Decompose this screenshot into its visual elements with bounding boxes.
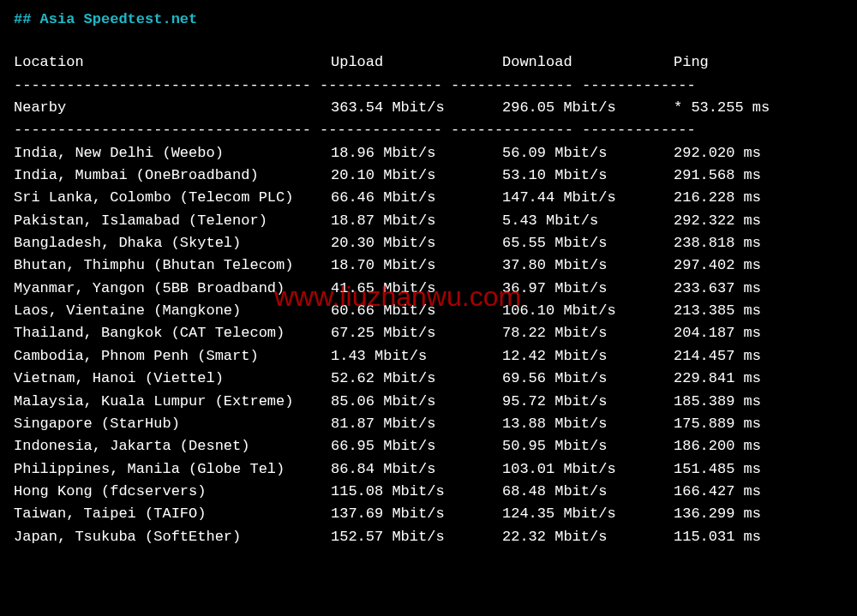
page-title: ## Asia Speedtest.net (14, 9, 843, 31)
cell-download: 147.44 Mbit/s (502, 187, 674, 209)
cell-location: Thailand, Bangkok (CAT Telecom) (14, 322, 331, 344)
table-row: Thailand, Bangkok (CAT Telecom)67.25 Mbi… (14, 322, 843, 344)
header-upload: Upload (331, 51, 502, 74)
cell-ping: 238.818 ms (674, 232, 843, 254)
cell-download: 103.01 Mbit/s (502, 458, 674, 481)
cell-upload: 81.87 Mbit/s (331, 413, 502, 435)
cell-ping: 186.200 ms (674, 435, 843, 458)
cell-download: 50.95 Mbit/s (502, 435, 674, 458)
table-row: Hong Kong (fdcservers)115.08 Mbit/s68.48… (14, 481, 843, 503)
cell-upload: 41.65 Mbit/s (331, 278, 502, 300)
cell-ping: 216.228 ms (674, 187, 843, 209)
cell-ping: 229.841 ms (674, 368, 843, 390)
table-row: Japan, Tsukuba (SoftEther)152.57 Mbit/s2… (14, 526, 843, 548)
cell-download: 12.42 Mbit/s (502, 345, 674, 368)
cell-location: Vietnam, Hanoi (Viettel) (14, 368, 331, 390)
table-row: Sri Lanka, Colombo (Telecom PLC)66.46 Mb… (14, 187, 843, 209)
table-row: Malaysia, Kuala Lumpur (Extreme)85.06 Mb… (14, 391, 843, 413)
nearby-row: Nearby 363.54 Mbit/s 296.05 Mbit/s * 53.… (14, 97, 843, 119)
cell-download: 68.48 Mbit/s (502, 481, 674, 503)
cell-ping: 204.187 ms (674, 322, 843, 344)
cell-location: Japan, Tsukuba (SoftEther) (14, 526, 331, 548)
cell-location: Bhutan, Thimphu (Bhutan Telecom) (14, 254, 331, 277)
header-download: Download (502, 51, 674, 74)
cell-download: 53.10 Mbit/s (502, 164, 674, 187)
cell-location: Laos, Vientaine (Mangkone) (14, 300, 331, 322)
cell-upload: 20.10 Mbit/s (331, 164, 502, 187)
header-row: Location Upload Download Ping (14, 51, 843, 74)
cell-download: 22.32 Mbit/s (502, 526, 674, 548)
cell-location: Hong Kong (fdcservers) (14, 481, 331, 503)
table-row: Myanmar, Yangon (5BB Broadband)41.65 Mbi… (14, 278, 843, 300)
cell-upload: 66.46 Mbit/s (331, 187, 502, 209)
cell-upload: 137.69 Mbit/s (331, 503, 502, 525)
data-rows-container: India, New Delhi (Weebo)18.96 Mbit/s56.0… (14, 142, 843, 548)
table-row: Bangladesh, Dhaka (Skytel)20.30 Mbit/s65… (14, 232, 843, 254)
cell-download: 78.22 Mbit/s (502, 322, 674, 344)
cell-upload: 20.30 Mbit/s (331, 232, 502, 254)
cell-download: 36.97 Mbit/s (502, 278, 674, 300)
cell-location: Singapore (StarHub) (14, 413, 331, 435)
cell-ping: 115.031 ms (674, 526, 843, 548)
nearby-upload: 363.54 Mbit/s (331, 97, 502, 119)
cell-location: Myanmar, Yangon (5BB Broadband) (14, 278, 331, 300)
cell-ping: 292.322 ms (674, 210, 843, 232)
cell-ping: 292.020 ms (674, 142, 843, 164)
cell-location: Cambodia, Phnom Penh (Smart) (14, 345, 331, 368)
cell-download: 95.72 Mbit/s (502, 391, 674, 413)
table-row: Vietnam, Hanoi (Viettel)52.62 Mbit/s69.5… (14, 368, 843, 390)
cell-location: Philippines, Manila (Globe Tel) (14, 458, 331, 481)
cell-ping: 214.457 ms (674, 345, 843, 368)
cell-upload: 52.62 Mbit/s (331, 368, 502, 390)
cell-location: Bangladesh, Dhaka (Skytel) (14, 232, 331, 254)
table-row: India, Mumbai (OneBroadband)20.10 Mbit/s… (14, 164, 843, 187)
cell-upload: 18.87 Mbit/s (331, 210, 502, 232)
nearby-download: 296.05 Mbit/s (502, 97, 674, 119)
cell-download: 56.09 Mbit/s (502, 142, 674, 164)
header-location: Location (14, 51, 331, 74)
cell-location: Pakistan, Islamabad (Telenor) (14, 210, 331, 232)
cell-upload: 60.66 Mbit/s (331, 300, 502, 322)
cell-ping: 297.402 ms (674, 254, 843, 277)
cell-upload: 85.06 Mbit/s (331, 391, 502, 413)
cell-download: 69.56 Mbit/s (502, 368, 674, 390)
cell-location: India, Mumbai (OneBroadband) (14, 164, 331, 187)
table-row: Taiwan, Taipei (TAIFO)137.69 Mbit/s124.3… (14, 503, 843, 525)
divider-header: ---------------------------------- -----… (14, 75, 843, 97)
cell-ping: 175.889 ms (674, 413, 843, 435)
cell-upload: 152.57 Mbit/s (331, 526, 502, 548)
header-ping: Ping (674, 51, 843, 74)
cell-location: Taiwan, Taipei (TAIFO) (14, 503, 331, 525)
cell-upload: 67.25 Mbit/s (331, 322, 502, 344)
nearby-ping: * 53.255 ms (674, 97, 843, 119)
cell-ping: 166.427 ms (674, 481, 843, 503)
nearby-location: Nearby (14, 97, 331, 119)
cell-upload: 18.70 Mbit/s (331, 254, 502, 277)
table-row: Philippines, Manila (Globe Tel)86.84 Mbi… (14, 458, 843, 481)
cell-location: Sri Lanka, Colombo (Telecom PLC) (14, 187, 331, 209)
cell-ping: 233.637 ms (674, 278, 843, 300)
cell-location: Indonesia, Jakarta (Desnet) (14, 435, 331, 458)
cell-upload: 1.43 Mbit/s (331, 345, 502, 368)
cell-location: Malaysia, Kuala Lumpur (Extreme) (14, 391, 331, 413)
cell-download: 5.43 Mbit/s (502, 210, 674, 232)
table-row: Indonesia, Jakarta (Desnet)66.95 Mbit/s5… (14, 435, 843, 458)
table-row: Singapore (StarHub)81.87 Mbit/s13.88 Mbi… (14, 413, 843, 435)
cell-upload: 86.84 Mbit/s (331, 458, 502, 481)
cell-upload: 66.95 Mbit/s (331, 435, 502, 458)
cell-upload: 18.96 Mbit/s (331, 142, 502, 164)
cell-download: 37.80 Mbit/s (502, 254, 674, 277)
cell-download: 65.55 Mbit/s (502, 232, 674, 254)
cell-download: 13.88 Mbit/s (502, 413, 674, 435)
cell-ping: 185.389 ms (674, 391, 843, 413)
table-row: Laos, Vientaine (Mangkone)60.66 Mbit/s10… (14, 300, 843, 322)
table-row: Pakistan, Islamabad (Telenor)18.87 Mbit/… (14, 210, 843, 232)
cell-ping: 136.299 ms (674, 503, 843, 525)
divider-nearby: ---------------------------------- -----… (14, 119, 843, 141)
cell-ping: 291.568 ms (674, 164, 843, 187)
cell-location: India, New Delhi (Weebo) (14, 142, 331, 164)
cell-download: 106.10 Mbit/s (502, 300, 674, 322)
cell-upload: 115.08 Mbit/s (331, 481, 502, 503)
table-row: Bhutan, Thimphu (Bhutan Telecom)18.70 Mb… (14, 254, 843, 277)
table-row: India, New Delhi (Weebo)18.96 Mbit/s56.0… (14, 142, 843, 164)
